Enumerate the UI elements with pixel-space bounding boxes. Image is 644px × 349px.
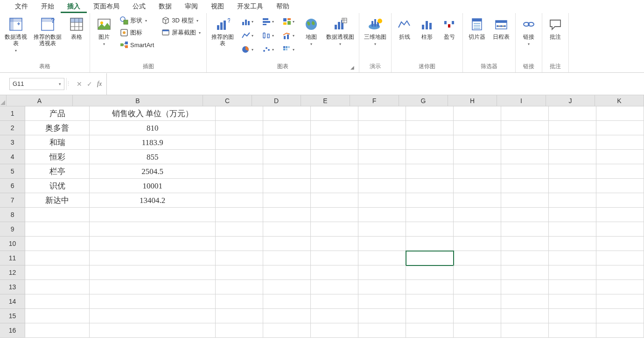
smartart-button[interactable]: SmartArt [117,39,157,50]
cell-D1[interactable] [263,106,311,121]
cell-K8[interactable] [596,208,644,222]
cell-A5[interactable]: 栏亭 [25,164,90,179]
cell-A12[interactable] [25,265,90,280]
cell-J11[interactable] [549,251,596,265]
table-button[interactable]: 表格 [66,15,87,42]
cell-C12[interactable] [216,265,263,280]
cell-K14[interactable] [596,294,644,309]
cell-C8[interactable] [216,208,263,222]
cell-G3[interactable] [406,135,454,150]
cell-I11[interactable] [501,251,549,265]
column-header-C[interactable]: C [203,95,252,106]
cell-C2[interactable] [216,121,263,135]
cell-B1[interactable]: 销售收入 单位（万元） [90,106,216,121]
enter-formula-button[interactable]: ✓ [87,80,92,88]
cell-E2[interactable] [311,121,358,135]
menu-item-3[interactable]: 页面布局 [87,0,126,13]
cell-F7[interactable] [358,193,406,208]
row-header-10[interactable]: 10 [0,237,25,251]
cell-G2[interactable] [406,121,454,135]
cell-D8[interactable] [263,208,311,222]
row-header-4[interactable]: 4 [0,150,25,164]
statistic-chart-button[interactable]: ▾ [258,29,278,42]
cell-K4[interactable] [596,150,644,164]
row-header-2[interactable]: 2 [0,121,25,135]
sparkline-line-button[interactable]: 折线 [394,15,415,42]
cell-H5[interactable] [454,164,501,179]
cell-G15[interactable] [406,309,454,323]
row-header-15[interactable]: 15 [0,309,25,323]
cell-E7[interactable] [311,193,358,208]
cell-E3[interactable] [311,135,358,150]
cell-C5[interactable] [216,164,263,179]
cell-B4[interactable]: 855 [90,150,216,164]
cell-C10[interactable] [216,237,263,251]
cell-B6[interactable]: 10001 [90,179,216,193]
cell-E16[interactable] [311,323,358,338]
cell-B9[interactable] [90,222,216,237]
cell-K9[interactable] [596,222,644,237]
cell-E9[interactable] [311,222,358,237]
cell-G1[interactable] [406,106,454,121]
cell-I16[interactable] [501,323,549,338]
cell-C9[interactable] [216,222,263,237]
column-header-D[interactable]: D [252,95,301,106]
row-header-16[interactable]: 16 [0,323,25,338]
cell-A16[interactable] [25,323,90,338]
cell-G14[interactable] [406,294,454,309]
cell-H14[interactable] [454,294,501,309]
column-header-J[interactable]: J [546,95,595,106]
cell-J13[interactable] [549,280,596,294]
cell-J2[interactable] [549,121,596,135]
recommended-charts-button[interactable]: ? 推荐的图表 [210,15,236,49]
menu-item-2[interactable]: 插入 [61,0,87,13]
cell-F11[interactable] [358,251,406,265]
cell-K7[interactable] [596,193,644,208]
column-header-K[interactable]: K [595,95,644,106]
shapes-button[interactable]: 形状 ▾ [117,15,157,26]
formula-input[interactable] [106,73,643,95]
cell-B16[interactable] [90,323,216,338]
cell-B12[interactable] [90,265,216,280]
model3d-button[interactable]: 3D 模型 ▾ [159,15,203,26]
maps-button[interactable]: 地图 ▾ [300,15,322,48]
comment-button[interactable]: 批注 [545,15,566,42]
cell-D5[interactable] [263,164,311,179]
cell-C1[interactable] [216,106,263,121]
cell-H1[interactable] [454,106,501,121]
pictures-button[interactable]: 图片 ▾ [93,15,115,48]
cell-K6[interactable] [596,179,644,193]
menu-item-6[interactable]: 审阅 [178,0,204,13]
cell-G6[interactable] [406,179,454,193]
link-button[interactable]: 链接 ▾ [518,15,539,48]
column-header-G[interactable]: G [399,95,448,106]
cell-A1[interactable]: 产品 [25,106,90,121]
cell-C13[interactable] [216,280,263,294]
cell-D2[interactable] [263,121,311,135]
cell-D6[interactable] [263,179,311,193]
cell-E11[interactable] [311,251,358,265]
cell-C4[interactable] [216,150,263,164]
cell-H8[interactable] [454,208,501,222]
bar-chart-button[interactable]: ▾ [258,15,278,28]
row-header-11[interactable]: 11 [0,251,25,265]
cell-A2[interactable]: 奥多普 [25,121,90,135]
cell-D10[interactable] [263,237,311,251]
cell-A9[interactable] [25,222,90,237]
cell-J12[interactable] [549,265,596,280]
cell-J5[interactable] [549,164,596,179]
cell-E8[interactable] [311,208,358,222]
cell-K5[interactable] [596,164,644,179]
cell-J15[interactable] [549,309,596,323]
cell-H9[interactable] [454,222,501,237]
cell-G4[interactable] [406,150,454,164]
cell-D12[interactable] [263,265,311,280]
cell-G16[interactable] [406,323,454,338]
cell-G10[interactable] [406,237,454,251]
cell-I7[interactable] [501,193,549,208]
cell-K11[interactable] [596,251,644,265]
sparkline-winloss-button[interactable]: 盈亏 [439,15,460,42]
menu-item-1[interactable]: 开始 [35,0,61,13]
cell-C3[interactable] [216,135,263,150]
cell-K2[interactable] [596,121,644,135]
